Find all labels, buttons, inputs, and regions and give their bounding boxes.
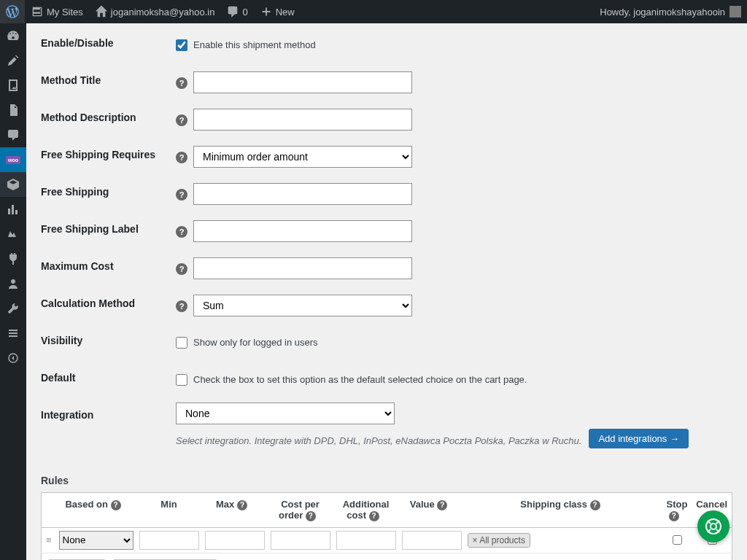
wp-logo[interactable] [0,0,25,23]
cost-per-order-input[interactable] [271,531,330,550]
calc-method-label: Calculation Method [41,287,169,324]
help-icon[interactable]: ? [176,226,187,238]
help-icon[interactable]: ? [306,511,316,521]
menu-users[interactable] [0,271,26,296]
additional-cost-input[interactable] [336,531,396,550]
svg-line-4 [716,529,719,532]
default-checkbox-label: Check the box to set this option as the … [193,374,527,385]
menu-settings[interactable] [0,321,26,346]
menu-collapse[interactable] [0,346,26,370]
based-on-select[interactable]: None [59,531,133,550]
help-bubble[interactable] [697,510,729,542]
add-integrations-button[interactable]: Add integrations → [589,429,689,448]
free-shipping-label-input[interactable] [193,220,412,242]
content-area: Enable/Disable Enable this shipment meth… [26,0,747,560]
method-desc-label: Method Description [41,101,169,138]
enable-checkbox-label: Enable this shipment method [193,39,316,50]
svg-line-6 [708,529,711,532]
menu-pages[interactable] [0,98,26,122]
menu-dashboard[interactable] [0,23,26,48]
free-requires-select[interactable]: Minimum order amount [193,146,412,168]
help-icon[interactable]: ? [176,152,187,163]
default-checkbox[interactable] [176,374,187,386]
howdy-text: Howdy, joganimokshayahooin [600,7,725,18]
enable-label: Enable/Disable [41,26,169,63]
rules-footer: Insert rule Delete selected rules [41,553,732,560]
new-content-link[interactable]: New [254,0,301,23]
method-title-input[interactable] [193,71,412,93]
integration-label: Integration [41,398,169,453]
rules-heading: Rules [41,475,732,486]
default-label: Default [41,361,169,398]
rules-table: Based on ? Min Max ? Cost per order ? Ad… [41,492,732,553]
shipping-class-tag[interactable]: × All products [468,533,530,548]
visibility-checkbox[interactable] [176,337,187,349]
new-label: New [276,7,295,18]
menu-posts[interactable] [0,48,26,73]
free-shipping-label-field: Free Shipping Label [41,212,169,249]
method-desc-input[interactable] [193,109,412,131]
free-shipping-input[interactable] [193,183,412,205]
help-icon[interactable]: ? [176,300,187,312]
menu-woocommerce[interactable]: woo [0,147,26,172]
help-icon[interactable]: ? [176,189,187,201]
svg-line-5 [716,521,719,524]
integration-note: Select integration. Integrate with DPD, … [176,435,581,446]
admin-bar: My Sites joganimoksha@yahoo.in 0 New How… [0,0,747,23]
help-icon[interactable]: ? [176,114,187,126]
comments-count: 0 [242,7,247,18]
drag-handle[interactable]: ≡ [42,527,56,553]
help-icon[interactable]: ? [437,500,447,510]
svg-line-3 [708,521,711,524]
min-input[interactable] [139,531,199,550]
visibility-checkbox-label: Show only for logged in users [193,337,318,348]
settings-form: Enable/Disable Enable this shipment meth… [41,26,732,453]
help-icon[interactable]: ? [111,500,121,510]
visibility-label: Visibility [41,324,169,361]
svg-point-2 [711,524,716,529]
help-icon[interactable]: ? [237,500,247,510]
menu-tools[interactable] [0,296,26,321]
max-input[interactable] [205,531,265,550]
method-title-label: Method Title [41,63,169,101]
rule-row: ≡ None × All products [42,527,732,553]
enable-checkbox[interactable] [176,39,187,51]
help-icon[interactable]: ? [369,511,379,521]
site-name-label: joganimoksha@yahoo.in [111,7,215,18]
help-icon[interactable]: ? [176,263,187,275]
menu-appearance[interactable] [0,222,26,246]
admin-sidebar: woo [0,23,26,560]
help-icon[interactable]: ? [669,511,679,521]
free-requires-label: Free Shipping Requires [41,138,169,175]
menu-products[interactable] [0,172,26,197]
my-sites-label: My Sites [47,7,83,18]
value-input[interactable] [402,531,462,550]
menu-comments[interactable] [0,122,26,147]
help-icon[interactable]: ? [590,500,600,510]
user-account-link[interactable]: Howdy, joganimokshayahooin [594,0,747,23]
menu-plugins[interactable] [0,246,26,271]
menu-media[interactable] [0,73,26,98]
comments-link[interactable]: 0 [220,0,253,23]
help-icon[interactable]: ? [176,77,187,89]
integration-select[interactable]: None [176,402,395,424]
free-shipping-label: Free Shipping [41,175,169,212]
site-home-link[interactable]: joganimoksha@yahoo.in [89,0,221,23]
max-cost-input[interactable] [193,257,412,279]
max-cost-label: Maximum Cost [41,249,169,287]
my-sites-link[interactable]: My Sites [25,0,89,23]
menu-analytics[interactable] [0,197,26,222]
stop-checkbox[interactable] [673,535,682,545]
user-avatar [729,6,741,18]
woocommerce-icon: woo [6,156,20,164]
calc-method-select[interactable]: Sum [193,295,412,316]
